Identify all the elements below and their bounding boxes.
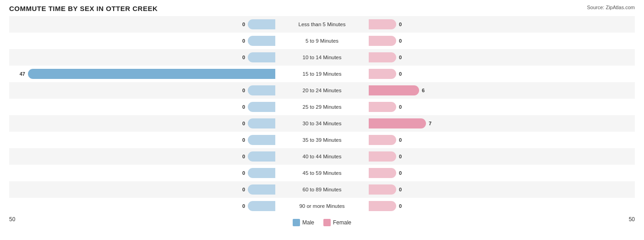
bar-row: 0Less than 5 Minutes0 — [9, 16, 635, 33]
bar-label: 5 to 9 Minutes — [276, 38, 368, 44]
right-section: 7 — [368, 115, 635, 132]
female-bar-zero — [369, 36, 396, 46]
female-value-label: 0 — [399, 22, 402, 27]
bar-label: 60 to 89 Minutes — [276, 187, 368, 192]
right-section: 0 — [368, 66, 635, 82]
left-section: 0 — [9, 33, 276, 49]
male-bar — [28, 69, 275, 79]
right-section: 0 — [368, 165, 635, 181]
bar-row: 025 to 29 Minutes0 — [9, 99, 635, 115]
left-section: 0 — [9, 115, 276, 132]
female-bar-zero — [369, 151, 396, 162]
bar-label: 45 to 59 Minutes — [276, 170, 368, 176]
chart-title: COMMUTE TIME BY SEX IN OTTER CREEK — [9, 5, 158, 12]
left-section: 0 — [9, 16, 276, 33]
female-swatch — [323, 219, 331, 226]
axis-right-label: 50 — [629, 216, 635, 226]
female-bar — [369, 118, 426, 128]
bar-label: 40 to 44 Minutes — [276, 154, 368, 159]
title-row: COMMUTE TIME BY SEX IN OTTER CREEK Sourc… — [9, 5, 635, 12]
right-section: 0 — [368, 16, 635, 33]
male-value-label: 0 — [242, 88, 245, 93]
male-bar-zero — [248, 201, 275, 211]
bar-row: 035 to 39 Minutes0 — [9, 132, 635, 148]
female-value-label: 0 — [399, 170, 402, 176]
bar-row: 4715 to 19 Minutes0 — [9, 66, 635, 82]
bar-label: 10 to 14 Minutes — [276, 55, 368, 60]
male-swatch — [293, 219, 300, 226]
left-section: 47 — [9, 66, 276, 82]
male-value-label: 0 — [242, 170, 245, 176]
female-value-label: 0 — [399, 104, 402, 110]
bar-label: 15 to 19 Minutes — [276, 71, 368, 77]
male-bar-zero — [248, 85, 275, 95]
left-section: 0 — [9, 82, 276, 99]
male-value-label: 0 — [242, 137, 245, 143]
left-section: 0 — [9, 198, 276, 214]
left-section: 0 — [9, 165, 276, 181]
female-bar-zero — [369, 19, 396, 29]
bar-row: 045 to 59 Minutes0 — [9, 165, 635, 181]
left-section: 0 — [9, 49, 276, 66]
female-value-label: 0 — [399, 71, 402, 77]
bar-row: 090 or more Minutes0 — [9, 198, 635, 214]
male-bar-zero — [248, 52, 275, 62]
right-section: 0 — [368, 33, 635, 49]
male-bar-zero — [248, 151, 275, 162]
right-section: 0 — [368, 198, 635, 214]
bar-row: 030 to 34 Minutes7 — [9, 115, 635, 132]
male-value-label: 0 — [242, 104, 245, 110]
male-value-label: 0 — [242, 55, 245, 60]
male-bar-zero — [248, 102, 275, 112]
male-value-label: 0 — [242, 121, 245, 126]
female-value-label: 6 — [422, 88, 425, 93]
right-section: 0 — [368, 181, 635, 198]
female-bar-zero — [369, 135, 396, 145]
bar-row: 040 to 44 Minutes0 — [9, 148, 635, 165]
female-value-label: 0 — [399, 55, 402, 60]
right-section: 0 — [368, 99, 635, 115]
male-value-label: 0 — [242, 154, 245, 159]
left-section: 0 — [9, 132, 276, 148]
axis-left-label: 50 — [9, 216, 15, 226]
chart-area: 0Less than 5 Minutes005 to 9 Minutes0010… — [9, 16, 635, 214]
female-value-label: 7 — [429, 121, 431, 126]
left-section: 0 — [9, 181, 276, 198]
bar-row: 05 to 9 Minutes0 — [9, 33, 635, 49]
female-value-label: 0 — [399, 187, 402, 192]
female-bar-zero — [369, 52, 396, 62]
female-bar-zero — [369, 201, 396, 211]
female-value-label: 0 — [399, 38, 402, 44]
female-bar-zero — [369, 69, 396, 79]
source-text: Source: ZipAtlas.com — [587, 5, 635, 10]
female-label: Female — [333, 219, 351, 226]
male-label: Male — [302, 219, 314, 226]
female-value-label: 0 — [399, 203, 402, 209]
female-bar-zero — [369, 102, 396, 112]
bar-label: 90 or more Minutes — [276, 203, 368, 209]
male-bar-zero — [248, 168, 275, 178]
male-bar-zero — [248, 184, 275, 195]
left-section: 0 — [9, 148, 276, 165]
legend-row: Male Female — [293, 219, 351, 226]
bar-label: 30 to 34 Minutes — [276, 121, 368, 126]
legend-female: Female — [323, 219, 351, 226]
male-bar-zero — [248, 36, 275, 46]
female-value-label: 0 — [399, 154, 402, 159]
left-section: 0 — [9, 99, 276, 115]
male-value-label: 0 — [242, 22, 245, 27]
male-bar-zero — [248, 118, 275, 128]
male-value-label: 47 — [20, 71, 25, 77]
male-bar-zero — [248, 19, 275, 29]
bar-label: 25 to 29 Minutes — [276, 104, 368, 110]
chart-container: COMMUTE TIME BY SEX IN OTTER CREEK Sourc… — [0, 0, 644, 240]
bar-row: 010 to 14 Minutes0 — [9, 49, 635, 66]
bar-label: 35 to 39 Minutes — [276, 137, 368, 143]
male-value-label: 0 — [242, 203, 245, 209]
female-value-label: 0 — [399, 137, 402, 143]
legend-male: Male — [293, 219, 314, 226]
female-bar — [369, 85, 419, 95]
bar-label: Less than 5 Minutes — [276, 22, 368, 27]
right-section: 6 — [368, 82, 635, 99]
female-bar-zero — [369, 184, 396, 195]
